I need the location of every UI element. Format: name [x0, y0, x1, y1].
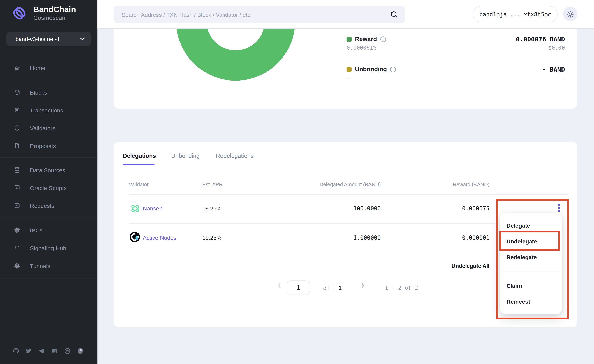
- sidebar-item-label: Signaling Hub: [30, 245, 66, 251]
- coingecko-icon[interactable]: [77, 347, 84, 354]
- app-subtitle: Cosmoscan: [33, 14, 76, 22]
- reward-value: 0.000075: [379, 205, 489, 212]
- cube-icon: [14, 89, 20, 96]
- delegated-amount-value: 1.000000: [280, 234, 381, 241]
- unbonding-sub-right: -: [561, 75, 565, 81]
- theme-toggle-button[interactable]: [563, 7, 577, 21]
- validator-link[interactable]: Nansen: [143, 205, 162, 212]
- tab-bottom-line: [123, 165, 568, 165]
- sidebar-item-proposals[interactable]: Proposals: [0, 141, 97, 151]
- sidebar-item-data-sources[interactable]: Data Sources: [0, 165, 97, 175]
- bandchain-logo-icon: [11, 5, 28, 22]
- account-summary-card: Reward 0.000076 BAND 0.000061% $0.00 Unb…: [114, 29, 577, 109]
- menu-item-delegate[interactable]: Delegate: [500, 217, 562, 233]
- sidebar-item-blocks[interactable]: Blocks: [0, 87, 97, 97]
- table-row-divider: [129, 253, 495, 253]
- reward-amount: 0.000076 BAND: [516, 35, 565, 43]
- pagination-of-label: of: [323, 285, 330, 291]
- menu-item-claim[interactable]: Claim: [500, 278, 562, 293]
- unbonding-amount: - BAND: [542, 66, 565, 73]
- sidebar-divider: [0, 158, 97, 158]
- sun-icon: [566, 10, 574, 18]
- twitter-icon[interactable]: [26, 347, 32, 354]
- search-icon[interactable]: [390, 11, 398, 18]
- reward-row: Reward 0.000076 BAND: [347, 34, 565, 44]
- sidebar-item-label: Blocks: [30, 89, 47, 96]
- reward-label: Reward: [355, 35, 377, 42]
- shield-icon: [14, 125, 20, 131]
- sidebar-item-label: Validators: [30, 125, 55, 131]
- page-number-input[interactable]: 1: [287, 280, 310, 295]
- column-header-validator: Validator: [129, 182, 148, 187]
- sidebar-divider: [0, 278, 97, 278]
- undelegate-all-button[interactable]: Undelegate All: [114, 263, 489, 269]
- tab-unbonding[interactable]: Unbonding: [171, 152, 200, 159]
- search-input[interactable]: [121, 11, 386, 18]
- search-bar[interactable]: [114, 6, 405, 23]
- sidebar-item-label: Requests: [30, 202, 54, 209]
- active-tab-underline: [123, 164, 155, 165]
- sidebar-item-tunnels[interactable]: Tunnels: [0, 261, 97, 271]
- pagination-range-label: 1 - 2 of 2: [385, 285, 418, 291]
- coinmarketcap-icon[interactable]: [64, 347, 71, 354]
- reward-value: 0.000001: [379, 234, 489, 241]
- apr-value: 19.25%: [202, 205, 222, 212]
- document-icon: [14, 107, 20, 114]
- reward-legend-swatch: [347, 37, 351, 41]
- sidebar-item-label: Proposals: [30, 142, 56, 149]
- github-icon[interactable]: [13, 347, 19, 354]
- app-title: BandChain: [33, 5, 76, 14]
- prev-page-button[interactable]: [277, 283, 282, 289]
- download-icon: [14, 202, 20, 209]
- info-icon[interactable]: [390, 66, 396, 73]
- wallet-address-button[interactable]: band1nja ... xtx8t5mc: [473, 6, 558, 22]
- app-root: BandChain Cosmoscan band-v3-testnet-1 Ho…: [0, 0, 594, 364]
- network-selector[interactable]: band-v3-testnet-1: [7, 32, 91, 46]
- network-selector-value: band-v3-testnet-1: [15, 36, 60, 42]
- sidebar-item-oracle-scripts[interactable]: Oracle Scripts: [0, 183, 97, 193]
- sidebar-item-requests[interactable]: Requests: [0, 201, 97, 211]
- code-icon: [14, 185, 20, 191]
- reward-percent: 0.000061%: [347, 45, 376, 51]
- telegram-icon[interactable]: [38, 347, 45, 354]
- sidebar-item-label: IBCs: [30, 227, 43, 233]
- unbonding-subrow: - -: [347, 75, 565, 81]
- chevron-down-icon: [80, 37, 85, 40]
- menu-item-reinvest[interactable]: Reinvest: [500, 293, 562, 309]
- unbonding-sub-left: -: [347, 75, 350, 81]
- validator-logo-nansen: [130, 204, 140, 213]
- reward-subrow: 0.000061% $0.00: [347, 45, 565, 51]
- sidebar-item-home[interactable]: Home: [0, 63, 97, 73]
- wallet-address: band1nja ... xtx8t5mc: [479, 11, 551, 18]
- tab-redelegations[interactable]: Redelegations: [216, 152, 253, 159]
- reward-usd: $0.00: [548, 45, 565, 51]
- apr-value: 19.25%: [202, 234, 222, 241]
- summary-divider: [347, 90, 565, 90]
- brand[interactable]: BandChain Cosmoscan: [11, 5, 76, 22]
- unbonding-legend-swatch: [347, 67, 351, 72]
- sidebar-item-ibcs[interactable]: IBCs: [0, 225, 97, 235]
- social-links: [13, 347, 84, 354]
- sidebar-item-label: Tunnels: [30, 263, 50, 269]
- sidebar-divider: [0, 218, 97, 218]
- top-header: band1nja ... xtx8t5mc: [97, 0, 594, 29]
- sidebar-item-validators[interactable]: Validators: [0, 123, 97, 133]
- sidebar-item-label: Data Sources: [30, 167, 65, 173]
- delegation-donut-chart: [176, 29, 295, 80]
- validator-actions-menu: Delegate Undelegate Redelegate Claim Rei…: [500, 213, 562, 314]
- menu-item-redelegate[interactable]: Redelegate: [500, 249, 562, 265]
- column-header-apr: Est. APR: [202, 182, 223, 187]
- menu-item-undelegate[interactable]: Undelegate: [500, 233, 562, 249]
- unbonding-row: Unbonding - BAND: [347, 65, 565, 74]
- tab-delegations[interactable]: Delegations: [123, 152, 156, 159]
- chip-icon: [14, 227, 20, 234]
- info-icon[interactable]: [380, 36, 386, 42]
- sidebar-item-signaling-hub[interactable]: Signaling Hub: [0, 243, 97, 253]
- discord-icon[interactable]: [51, 347, 58, 354]
- validator-link[interactable]: Active Nodes: [143, 234, 176, 241]
- sidebar-item-label: Home: [30, 65, 45, 71]
- next-page-button[interactable]: [360, 283, 365, 289]
- column-header-amount: Delegated Amount (BAND): [280, 182, 381, 187]
- sidebar-item-transactions[interactable]: Transactions: [0, 105, 97, 115]
- sidebar-item-label: Oracle Scripts: [30, 185, 67, 191]
